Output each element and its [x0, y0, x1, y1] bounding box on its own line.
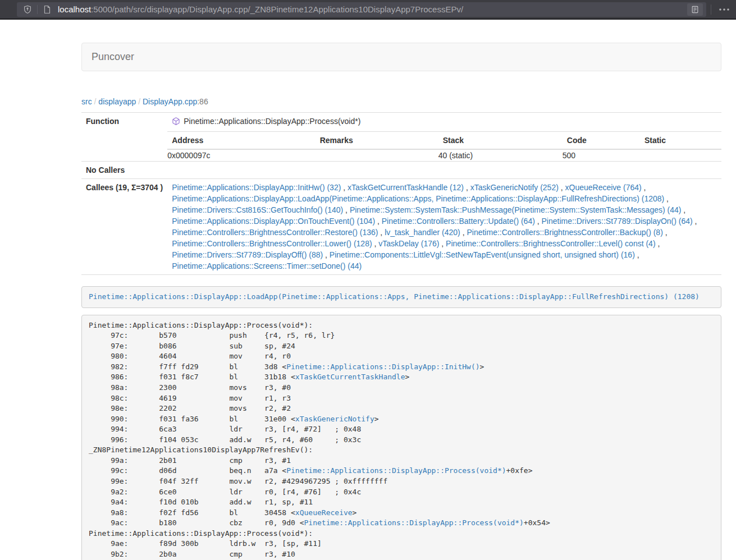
col-static: Static: [640, 132, 721, 149]
callee-link[interactable]: xTaskGenericNotify (252): [470, 183, 559, 192]
callee-link[interactable]: Pinetime::Controllers::Battery::Update()…: [382, 217, 535, 226]
toolbar-divider: [711, 4, 711, 15]
disasm-symbol-link[interactable]: xQueueReceive: [295, 508, 353, 517]
url-path: :5000/path/src/displayapp/DisplayApp.cpp…: [91, 4, 463, 14]
callee-link[interactable]: vTaskDelay (176): [378, 239, 439, 248]
function-row-label: Function: [81, 113, 167, 162]
callee-link[interactable]: Pinetime::Applications::DisplayApp::Init…: [172, 183, 341, 192]
breadcrumb: src / displayapp / DisplayApp.cpp:86: [81, 97, 721, 106]
no-callers-label: No Callers: [81, 162, 167, 179]
disasm-symbol-link[interactable]: Pinetime::Applications::DisplayApp::Proc…: [304, 518, 524, 527]
navbar: Puncover: [81, 43, 721, 71]
callee-link[interactable]: Pinetime::Controllers::BrightnessControl…: [467, 228, 662, 237]
disasm-symbol-link[interactable]: Pinetime::Applications::DisplayApp::Proc…: [286, 466, 506, 475]
address-value: 0x0000097c: [167, 149, 315, 161]
stack-value: 40 (static): [438, 149, 563, 161]
page: Puncover src / displayapp / DisplayApp.c…: [0, 19, 736, 560]
disasm-symbol-link[interactable]: Pinetime::Applications::DisplayApp::Init…: [286, 362, 479, 371]
brand-link[interactable]: Puncover: [92, 51, 134, 63]
breadcrumb-line-number: :86: [197, 97, 208, 106]
callee-link[interactable]: Pinetime::Drivers::Cst816S::GetTouchInfo…: [172, 205, 343, 214]
callee-link[interactable]: xQueueReceive (764): [565, 183, 642, 192]
callee-link[interactable]: xTaskGetCurrentTaskHandle (12): [348, 183, 464, 192]
url-text[interactable]: localhost:5000/path/src/displayapp/Displ…: [58, 4, 687, 14]
callee-link[interactable]: Pinetime::Controllers::BrightnessControl…: [172, 228, 378, 237]
breadcrumb-link[interactable]: src: [81, 97, 92, 106]
loadapp-link[interactable]: Pinetime::Applications::DisplayApp::Load…: [89, 292, 700, 301]
breadcrumb-link[interactable]: DisplayApp.cpp: [143, 97, 197, 106]
breadcrumb-separator: /: [92, 97, 99, 106]
disassembly-block: Pinetime::Applications::DisplayApp::Proc…: [81, 315, 721, 560]
url-domain: localhost: [58, 4, 91, 14]
symbol-cube-icon: [172, 117, 180, 128]
callee-link[interactable]: Pinetime::Drivers::St7789::DisplayOn() (…: [542, 217, 693, 226]
loadapp-highlight-block: Pinetime::Applications::DisplayApp::Load…: [81, 286, 721, 308]
static-value: [640, 149, 721, 161]
metrics-table: Address Remarks Stack Code Static 0x0000…: [167, 132, 721, 161]
disasm-symbol-link[interactable]: xTaskGetCurrentTaskHandle: [295, 373, 405, 381]
callee-link[interactable]: Pinetime::Controllers::BrightnessControl…: [172, 239, 372, 248]
callee-link[interactable]: Pinetime::Applications::DisplayApp::Load…: [172, 194, 664, 203]
disasm-symbol-link[interactable]: xTaskGenericNotify: [295, 415, 374, 423]
callee-link[interactable]: Pinetime::Controllers::BrightnessControl…: [446, 239, 655, 248]
shield-icon[interactable]: [20, 3, 35, 16]
callee-link[interactable]: Pinetime::Applications::Screens::Timer::…: [172, 261, 362, 270]
col-remarks: Remarks: [316, 132, 438, 149]
col-code: Code: [563, 132, 640, 149]
callee-link[interactable]: Pinetime::Drivers::St7789::DisplayOff() …: [172, 250, 323, 259]
reader-mode-icon: [691, 6, 699, 13]
no-callers-cell: [167, 162, 721, 179]
callee-link[interactable]: Pinetime::Components::LittleVgl::SetNewT…: [330, 250, 635, 259]
browser-toolbar: localhost:5000/path/src/displayapp/Displ…: [0, 0, 736, 19]
breadcrumb-link[interactable]: displayapp: [98, 97, 136, 106]
callee-link[interactable]: Pinetime::System::SystemTask::PushMessag…: [350, 205, 682, 214]
breadcrumb-separator: /: [136, 97, 143, 106]
callees-label: Callees (19, Σ=3704 ): [81, 179, 167, 275]
ellipsis-icon: [719, 8, 729, 11]
menu-button[interactable]: [716, 3, 733, 16]
col-stack: Stack: [438, 132, 563, 149]
code-value: 500: [563, 149, 640, 161]
url-bar[interactable]: localhost:5000/path/src/displayapp/Displ…: [17, 2, 706, 17]
metrics-row: 0x0000097c 40 (static) 500: [167, 149, 721, 161]
divider: [37, 5, 38, 14]
callees-cell: Pinetime::Applications::DisplayApp::Init…: [167, 179, 721, 275]
function-name: Pinetime::Applications::DisplayApp::Proc…: [184, 117, 360, 126]
callee-link[interactable]: Pinetime::Applications::DisplayApp::OnTo…: [172, 217, 375, 226]
remarks-value: [316, 149, 438, 161]
reader-mode-button[interactable]: [687, 3, 703, 16]
col-address: Address: [167, 132, 315, 149]
page-icon: [40, 3, 54, 16]
callee-link[interactable]: lv_task_handler (420): [385, 228, 460, 237]
function-table: Function Pinetime::Applications::Display…: [81, 112, 721, 275]
